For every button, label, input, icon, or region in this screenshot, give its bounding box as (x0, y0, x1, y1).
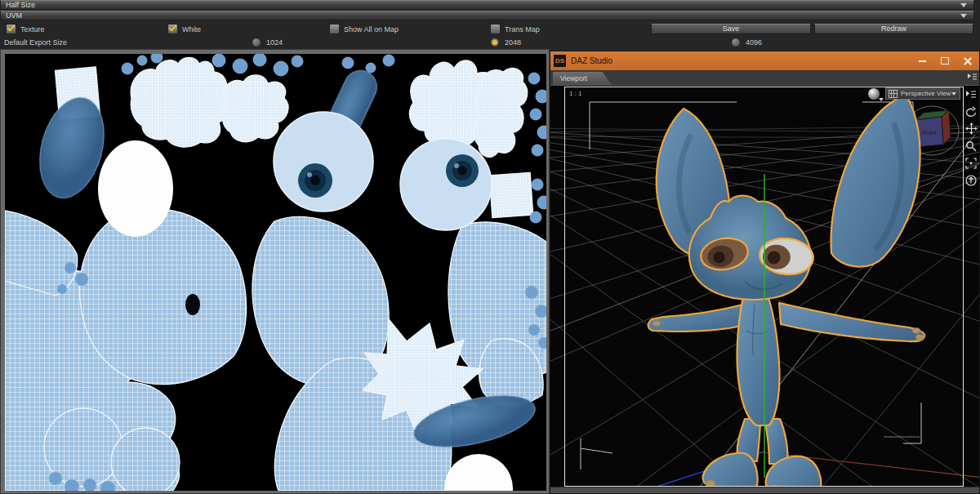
export-2048-option[interactable]: 2048 (490, 38, 521, 47)
radio-2048[interactable] (490, 38, 500, 47)
show-all-checkbox[interactable] (329, 24, 340, 34)
zoom-camera-icon[interactable] (964, 139, 978, 153)
white-label: White (182, 25, 201, 33)
save-button[interactable]: Save (651, 24, 811, 34)
viewport-tool-column (964, 86, 979, 187)
half-size-label: Half Size (6, 1, 35, 9)
show-all-checkbox-item[interactable]: Show All on Map (329, 24, 399, 34)
scene-graphic: Front (550, 86, 979, 487)
maximize-button[interactable] (933, 51, 956, 70)
camera-reset-icon[interactable] (964, 173, 978, 187)
frame-selection-icon[interactable] (964, 156, 978, 170)
uv-map-panel (0, 49, 550, 494)
chevron-down-icon (951, 92, 956, 96)
pan-camera-icon[interactable] (964, 122, 978, 136)
view-selector-label: Perspective View (901, 90, 951, 97)
trans-map-checkbox[interactable] (490, 24, 501, 34)
texture-label: Texture (20, 25, 45, 33)
trans-map-label: Trans Map (505, 25, 540, 33)
daz-titlebar[interactable]: DS DAZ Studio (550, 51, 979, 70)
viewport-options-icon[interactable] (964, 87, 978, 101)
app-window: Half Size UVM Texture White Show All on … (0, 0, 980, 494)
maximize-icon (941, 57, 949, 65)
radio-1024[interactable] (252, 38, 261, 47)
daz-tabbar: Viewport (550, 70, 979, 86)
chevron-down-icon[interactable] (960, 14, 967, 18)
export-size-row: Default Export Size 1024 2048 4096 (0, 37, 980, 49)
daz-app-icon: DS (554, 55, 566, 67)
texture-checkbox-item[interactable]: Texture (6, 24, 45, 34)
export-4096-option[interactable]: 4096 (731, 38, 762, 47)
redraw-button[interactable]: Redraw (814, 24, 973, 34)
view-cube-front-label: Front (923, 130, 936, 136)
half-size-header[interactable]: Half Size (0, 0, 974, 10)
aspect-ratio-label: 1 : 1 (569, 90, 582, 97)
drawstyle-sphere-icon[interactable] (868, 88, 880, 100)
uvm-header[interactable]: UVM (0, 11, 974, 20)
creature-model (648, 96, 924, 487)
daz-studio-window: DS DAZ Studio Viewport (550, 51, 980, 494)
tab-viewport[interactable]: Viewport (553, 72, 612, 85)
white-checkbox-item[interactable]: White (167, 24, 201, 34)
minimize-icon (919, 60, 926, 62)
uv-map-canvas[interactable] (5, 54, 546, 491)
close-icon (964, 57, 972, 65)
radio-4096[interactable] (731, 38, 741, 47)
options-row: Texture White Show All on Map Trans Map … (0, 22, 980, 37)
pane-menu-icon[interactable] (967, 73, 978, 82)
view-selector-dropdown[interactable]: Perspective View (885, 87, 960, 100)
orbit-camera-icon[interactable] (964, 105, 978, 118)
trans-map-checkbox-item[interactable]: Trans Map (490, 24, 540, 34)
daz-window-title: DAZ Studio (571, 56, 612, 65)
uvm-label: UVM (6, 11, 22, 20)
uv-islands-graphic (5, 54, 546, 491)
show-all-label: Show All on Map (344, 25, 399, 33)
minimize-button[interactable] (911, 51, 933, 70)
export-size-label: Default Export Size (4, 38, 67, 47)
daz-bottom-strip (550, 487, 979, 493)
viewport-3d[interactable]: Front (550, 86, 979, 487)
chevron-down-icon[interactable] (960, 3, 967, 7)
texture-checkbox[interactable] (6, 24, 16, 34)
close-button[interactable] (956, 51, 979, 70)
export-1024-option[interactable]: 1024 (252, 38, 283, 47)
grid-view-icon (889, 90, 898, 98)
white-checkbox[interactable] (167, 24, 178, 34)
